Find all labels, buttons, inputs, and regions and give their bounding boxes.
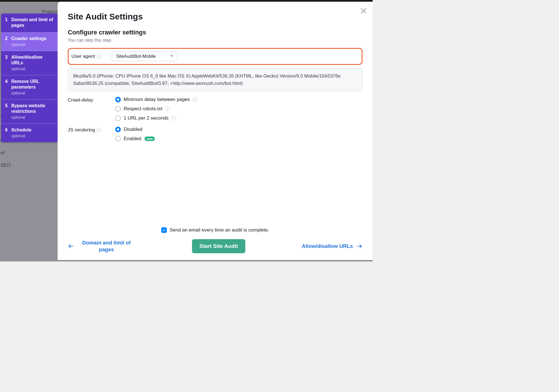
- wizard-step-title: Bypass website restrictions: [11, 103, 54, 114]
- radio-icon: [115, 127, 121, 132]
- user-agent-row-highlight: User agent i SiteAuditBot-Mobile: [68, 48, 363, 65]
- js-rendering-label: JS rendering i: [68, 127, 101, 133]
- wizard-step[interactable]: 3Allow/disallow URLsoptional: [1, 51, 58, 75]
- wizard-step-number: 3: [5, 54, 11, 60]
- crawl-delay-option-label: Minimum delay between pages: [124, 97, 190, 102]
- wizard-step-title: Domain and limit of pages: [11, 17, 54, 28]
- crawl-delay-option[interactable]: Minimum delay between pagesi: [115, 97, 197, 102]
- section-subtitle: You can skip this step: [68, 38, 363, 43]
- info-icon[interactable]: i: [193, 97, 197, 102]
- modal-footer: Send an email every time an audit is com…: [68, 227, 363, 253]
- background-nav-fragment: SEO: [1, 162, 17, 168]
- radio-icon: [115, 97, 121, 102]
- js-rendering-option[interactable]: Enablednew: [115, 136, 155, 142]
- email-checkbox-label: Send an email every time an audit is com…: [170, 227, 269, 233]
- wizard-step-subtitle: optional: [11, 134, 54, 138]
- wizard-step-number: 4: [5, 79, 11, 84]
- wizard-step[interactable]: 2Crawler settingsoptional: [1, 32, 58, 51]
- start-site-audit-button[interactable]: Start Site Audit: [192, 239, 245, 253]
- wizard-step-number: 1: [5, 17, 11, 22]
- next-step-link[interactable]: Allow/disallow URLs: [302, 243, 363, 250]
- user-agent-select[interactable]: SiteAuditBot-Mobile: [112, 52, 177, 61]
- js-rendering-option-label: Disabled: [124, 127, 142, 132]
- wizard-steps-panel: 1Domain and limit of pages2Crawler setti…: [1, 14, 58, 142]
- wizard-step-subtitle: optional: [11, 115, 54, 120]
- next-step-label: Allow/disallow URLs: [302, 243, 353, 250]
- checkbox-checked-icon: [161, 227, 167, 233]
- radio-icon: [115, 106, 121, 112]
- crawl-delay-option-label: Respect robots.txt: [124, 106, 162, 112]
- user-agent-label: User agent i: [71, 54, 101, 59]
- crawl-delay-option[interactable]: 1 URL per 2 secondsi: [115, 115, 197, 121]
- crawl-delay-option[interactable]: Respect robots.txti: [115, 106, 197, 112]
- wizard-step-number: 5: [5, 103, 11, 108]
- js-rendering-row: JS rendering i DisabledEnablednew: [68, 127, 363, 142]
- wizard-step-title: Schedule: [11, 127, 54, 133]
- wizard-step[interactable]: 4Remove URL parametersoptional: [1, 75, 58, 100]
- wizard-step[interactable]: 1Domain and limit of pages: [1, 14, 58, 32]
- new-badge: new: [145, 136, 154, 141]
- crawl-delay-label: Crawl-delay: [68, 97, 93, 103]
- arrow-right-icon: [356, 243, 363, 249]
- wizard-step-number: 6: [5, 127, 11, 133]
- js-rendering-option[interactable]: Disabled: [115, 127, 155, 132]
- crawl-delay-option-label: 1 URL per 2 seconds: [124, 115, 169, 121]
- background-nav-fragment: ol: [1, 150, 17, 156]
- wizard-step-title: Allow/disallow URLs: [11, 54, 54, 66]
- wizard-step-number: 2: [5, 36, 11, 41]
- js-rendering-option-label: Enabled: [124, 136, 141, 142]
- wizard-step-subtitle: optional: [11, 42, 54, 47]
- info-icon[interactable]: i: [97, 54, 101, 59]
- prev-step-link[interactable]: Domain and limit of pages: [68, 239, 136, 253]
- wizard-step[interactable]: 5Bypass website restrictionsoptional: [1, 100, 58, 124]
- modal-title: Site Audit Settings: [68, 12, 363, 21]
- info-icon[interactable]: i: [165, 107, 170, 111]
- wizard-step-title: Crawler settings: [11, 36, 54, 41]
- wizard-step-subtitle: optional: [11, 67, 54, 71]
- wizard-step-subtitle: optional: [11, 91, 54, 95]
- site-audit-settings-modal: Site Audit Settings Configure crawler se…: [58, 2, 373, 260]
- user-agent-string-display: Mozilla/5.0 (iPhone; CPU iPhone OS 6_0 l…: [68, 68, 363, 91]
- section-title: Configure crawler settings: [68, 29, 363, 36]
- email-on-complete-checkbox[interactable]: Send an email every time an audit is com…: [161, 227, 269, 233]
- wizard-step[interactable]: 6Scheduleoptional: [1, 124, 58, 142]
- radio-icon: [115, 136, 121, 142]
- chevron-down-icon: [170, 54, 174, 59]
- info-icon[interactable]: i: [97, 128, 101, 132]
- crawl-delay-row: Crawl-delay Minimum delay between pagesi…: [68, 97, 363, 121]
- arrow-left-icon: [68, 243, 74, 249]
- radio-icon: [115, 115, 121, 121]
- prev-step-label: Domain and limit of pages: [77, 239, 136, 253]
- close-icon[interactable]: [360, 7, 368, 15]
- wizard-step-title: Remove URL parameters: [11, 79, 54, 90]
- info-icon[interactable]: i: [171, 116, 176, 120]
- user-agent-selected-value: SiteAuditBot-Mobile: [116, 54, 156, 59]
